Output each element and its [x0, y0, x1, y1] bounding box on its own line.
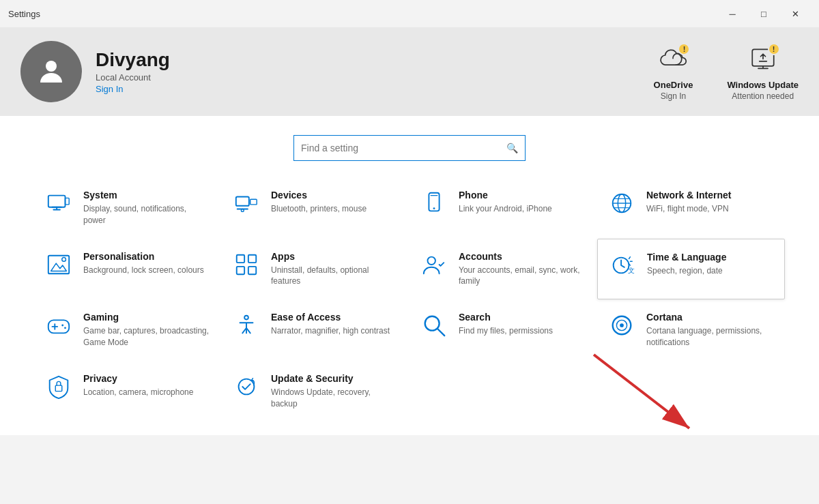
ease-of-access-icon — [233, 312, 260, 339]
user-icon — [35, 55, 68, 88]
maximize-button[interactable]: □ — [748, 3, 779, 25]
svg-rect-18 — [237, 254, 244, 262]
svg-point-22 — [428, 256, 435, 264]
windows-update-icon-wrap: ! — [746, 43, 780, 77]
onedrive-status[interactable]: ! OneDrive Sign In — [654, 43, 693, 101]
onedrive-badge: ! — [678, 43, 690, 55]
onedrive-label: OneDrive — [654, 80, 693, 90]
main-content: 🔍 SystemDisplay, sound, notifications, p… — [0, 116, 819, 435]
windows-update-sublabel: Attention needed — [732, 91, 794, 101]
profile-section: Divyang Local Account Sign In ! OneDrive… — [0, 27, 819, 116]
svg-rect-36 — [55, 385, 62, 391]
svg-rect-5 — [250, 199, 257, 205]
svg-rect-7 — [237, 209, 248, 210]
settings-item-time-language[interactable]: 文Time & LanguageSpeech, region, date — [597, 239, 785, 300]
profile-signin-link[interactable]: Sign In — [96, 84, 123, 94]
svg-point-9 — [433, 207, 435, 209]
privacy-icon — [45, 373, 72, 400]
phone-title: Phone — [459, 190, 586, 201]
devices-title: Devices — [271, 190, 399, 201]
title-bar: Settings ─ □ ✕ — [0, 0, 819, 27]
settings-item-devices[interactable]: DevicesBluetooth, printers, mouse — [222, 177, 410, 239]
settings-item-network[interactable]: Network & InternetWiFi, flight mode, VPN — [597, 177, 785, 239]
personalisation-title: Personalisation — [83, 251, 211, 262]
svg-rect-19 — [248, 254, 256, 262]
settings-item-accounts[interactable]: AccountsYour accounts, email, sync, work… — [410, 239, 597, 300]
search-title: Search — [459, 312, 586, 323]
onedrive-sublabel: Sign In — [661, 91, 686, 101]
apps-desc: Uninstall, defaults, optional features — [271, 265, 399, 288]
svg-rect-25 — [48, 321, 69, 333]
gaming-icon — [45, 312, 72, 339]
settings-item-gaming[interactable]: GamingGame bar, captures, broadcasting, … — [34, 299, 222, 361]
settings-item-search[interactable]: SearchFind my files, permissions — [410, 299, 597, 361]
svg-point-35 — [620, 323, 624, 327]
windows-update-status[interactable]: ! Windows Update Attention needed — [727, 43, 799, 101]
cortana-icon — [608, 312, 635, 339]
gaming-title: Gaming — [83, 312, 211, 323]
close-button[interactable]: ✕ — [779, 3, 811, 25]
search-desc: Find my files, permissions — [459, 325, 586, 337]
ease-of-access-desc: Narrator, magnifier, high contrast — [271, 325, 399, 337]
settings-item-cortana[interactable]: CortanaCortana language, permissions, no… — [597, 299, 785, 361]
system-desc: Display, sound, notifications, power — [83, 203, 211, 226]
search-icon: 🔍 — [506, 143, 518, 153]
avatar — [20, 41, 82, 102]
windows-update-badge: ! — [768, 43, 780, 55]
system-title: System — [83, 190, 211, 201]
svg-point-28 — [61, 325, 63, 327]
svg-point-16 — [62, 257, 66, 261]
app-title: Settings — [8, 9, 40, 19]
svg-line-32 — [437, 329, 444, 336]
search-box: 🔍 — [293, 135, 526, 161]
windows-update-label: Windows Update — [727, 80, 799, 90]
settings-item-system[interactable]: SystemDisplay, sound, notifications, pow… — [34, 177, 222, 239]
settings-grid: SystemDisplay, sound, notifications, pow… — [20, 177, 799, 421]
svg-text:文: 文 — [628, 267, 635, 274]
settings-item-update-security[interactable]: Update & SecurityWindows Update, recover… — [222, 361, 410, 422]
window-controls: ─ □ ✕ — [717, 3, 811, 25]
phone-icon — [420, 190, 448, 217]
system-icon — [45, 190, 72, 217]
settings-item-phone[interactable]: PhoneLink your Android, iPhone — [410, 177, 597, 239]
network-title: Network & Internet — [646, 190, 774, 201]
status-items: ! OneDrive Sign In ! Windows Update Atte… — [654, 43, 799, 101]
privacy-title: Privacy — [83, 373, 211, 384]
personalisation-desc: Background, lock screen, colours — [83, 265, 211, 276]
devices-icon — [233, 190, 260, 217]
svg-rect-21 — [248, 266, 256, 273]
personalisation-icon — [45, 251, 72, 278]
settings-item-apps[interactable]: AppsUninstall, defaults, optional featur… — [222, 239, 410, 300]
phone-desc: Link your Android, iPhone — [459, 203, 586, 215]
network-icon — [608, 190, 635, 217]
update-security-title: Update & Security — [271, 373, 399, 384]
profile-type: Local Account — [96, 72, 654, 83]
settings-item-ease-of-access[interactable]: Ease of AccessNarrator, magnifier, high … — [222, 299, 410, 361]
svg-rect-20 — [237, 266, 244, 273]
settings-item-privacy[interactable]: PrivacyLocation, camera, microphone — [34, 361, 222, 422]
profile-name: Divyang — [96, 48, 654, 72]
search-input[interactable] — [301, 143, 506, 153]
accounts-icon — [420, 251, 448, 278]
privacy-desc: Location, camera, microphone — [83, 387, 211, 398]
onedrive-icon-wrap: ! — [656, 43, 690, 77]
time-language-title: Time & Language — [647, 252, 773, 263]
devices-desc: Bluetooth, printers, mouse — [271, 203, 399, 215]
time-language-desc: Speech, region, date — [647, 265, 773, 277]
update-security-desc: Windows Update, recovery, backup — [271, 387, 399, 410]
accounts-desc: Your accounts, email, sync, work, family — [459, 265, 586, 288]
apps-title: Apps — [271, 251, 399, 262]
cortana-desc: Cortana language, permissions, notificat… — [646, 325, 774, 349]
svg-point-30 — [244, 316, 248, 320]
update-security-icon — [233, 373, 260, 400]
gaming-desc: Game bar, captures, broadcasting, Game M… — [83, 325, 211, 349]
search-container: 🔍 — [20, 116, 799, 177]
minimize-button[interactable]: ─ — [717, 3, 748, 25]
ease-of-access-title: Ease of Access — [271, 312, 399, 323]
search-icon — [420, 312, 448, 339]
settings-item-personalisation[interactable]: PersonalisationBackground, lock screen, … — [34, 239, 222, 300]
cortana-title: Cortana — [646, 312, 774, 323]
svg-rect-4 — [236, 197, 249, 206]
profile-info: Divyang Local Account Sign In — [96, 48, 654, 95]
time-language-icon: 文 — [609, 252, 636, 279]
